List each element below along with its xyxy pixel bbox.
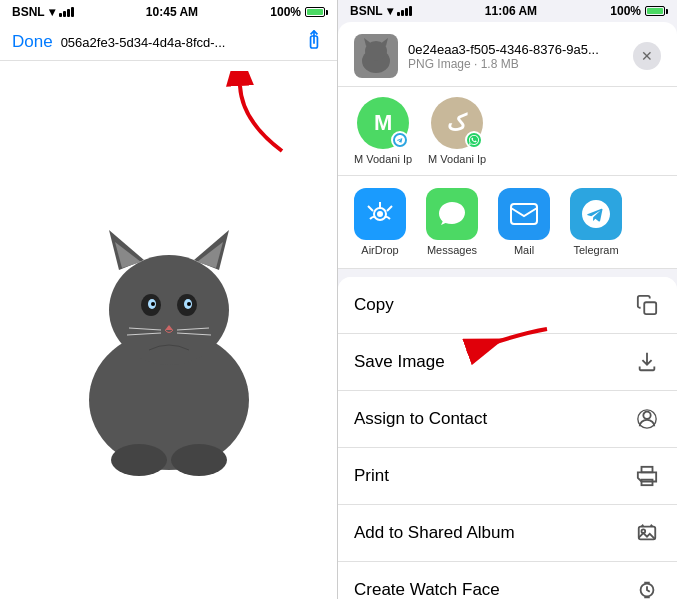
app-label-airdrop: AirDrop <box>361 244 398 256</box>
whatsapp-mini-icon <box>469 135 479 145</box>
mail-icon <box>498 188 550 240</box>
left-status-bar: BSNL ▾ 10:45 AM 100% <box>0 0 337 24</box>
rbar3 <box>405 8 408 16</box>
album-icon <box>633 519 661 547</box>
close-button[interactable]: ✕ <box>633 42 661 70</box>
print-icon <box>633 462 661 490</box>
left-time: 10:45 AM <box>146 5 198 19</box>
share-file-info: 0e24eaa3-f505-4346-8376-9a5... PNG Image… <box>354 34 661 78</box>
save-svg <box>636 351 658 373</box>
file-details: 0e24eaa3-f505-4346-8376-9a5... PNG Image… <box>408 42 623 71</box>
app-item-messages[interactable]: Messages <box>426 188 478 256</box>
contact-item-1[interactable]: M M Vodani Ip <box>354 97 412 165</box>
action-assign-contact[interactable]: Assign to Contact <box>338 391 677 448</box>
action-shared-album[interactable]: Add to Shared Album <box>338 505 677 562</box>
watch-svg <box>636 579 658 599</box>
app-item-airdrop[interactable]: AirDrop <box>354 188 406 256</box>
action-print[interactable]: Print <box>338 448 677 505</box>
actions-list: Copy Save Image <box>338 277 677 599</box>
app-item-mail[interactable]: Mail <box>498 188 550 256</box>
share-header: 0e24eaa3-f505-4346-8376-9a5... PNG Image… <box>338 22 677 87</box>
file-thumbnail <box>354 34 398 78</box>
share-sheet: 0e24eaa3-f505-4346-8376-9a5... PNG Image… <box>338 22 677 599</box>
svg-point-3 <box>109 255 229 365</box>
whatsapp-badge-2 <box>465 131 483 149</box>
right-carrier: BSNL <box>350 4 383 18</box>
bar2 <box>63 11 66 17</box>
right-time: 11:06 AM <box>485 4 537 18</box>
left-battery-pct: 100% <box>270 5 301 19</box>
rbar1 <box>397 12 400 16</box>
bar4 <box>71 7 74 17</box>
right-battery-fill <box>647 8 663 14</box>
right-battery-pct: 100% <box>610 4 641 18</box>
left-carrier: BSNL <box>12 5 45 19</box>
svg-point-20 <box>171 444 227 476</box>
battery-fill <box>307 9 323 15</box>
telegram-svg <box>582 200 610 228</box>
right-signal-bars <box>397 6 412 16</box>
bar1 <box>59 13 62 17</box>
app-label-mail: Mail <box>514 244 534 256</box>
rbar4 <box>409 6 412 16</box>
file-title: 0e24eaa3-f505-4346-8376-9a5... <box>408 42 623 57</box>
app-label-telegram: Telegram <box>573 244 618 256</box>
svg-point-19 <box>111 444 167 476</box>
bar3 <box>67 9 70 17</box>
done-button[interactable]: Done <box>12 32 53 52</box>
left-file-name: 056a2fe3-5d34-4d4a-8fcd-... <box>61 35 295 50</box>
telegram-mini-icon <box>395 135 405 145</box>
contact-item-2[interactable]: ک M Vodani Ip <box>428 97 486 165</box>
messages-svg <box>437 200 467 228</box>
action-watch-label: Create Watch Face <box>354 580 500 599</box>
svg-point-31 <box>643 412 650 419</box>
contact-icon <box>633 405 661 433</box>
svg-point-12 <box>151 302 155 306</box>
action-save-image[interactable]: Save Image <box>338 334 677 391</box>
telegram-icon <box>570 188 622 240</box>
action-copy-label: Copy <box>354 295 394 315</box>
left-status-left: BSNL ▾ <box>12 5 74 19</box>
mail-svg <box>509 202 539 226</box>
save-icon <box>633 348 661 376</box>
print-svg <box>636 465 658 487</box>
right-status-left: BSNL ▾ <box>350 4 412 18</box>
rbar2 <box>401 10 404 16</box>
contact-svg <box>636 408 658 430</box>
airdrop-svg <box>365 199 395 229</box>
left-image-area <box>0 61 337 599</box>
svg-rect-28 <box>511 204 537 224</box>
red-arrow-left <box>222 71 312 161</box>
contacts-row: M M Vodani Ip ک <box>338 87 677 176</box>
contact-avatar-1: M <box>357 97 409 149</box>
file-meta: PNG Image · 1.8 MB <box>408 57 623 71</box>
watch-icon <box>633 576 661 599</box>
left-wifi-icon: ▾ <box>49 5 55 19</box>
svg-rect-29 <box>644 302 656 314</box>
action-watch-face[interactable]: Create Watch Face <box>338 562 677 599</box>
left-nav-bar: Done 056a2fe3-5d34-4d4a-8fcd-... <box>0 24 337 61</box>
app-label-messages: Messages <box>427 244 477 256</box>
share-icon-left[interactable] <box>303 30 325 54</box>
messages-icon <box>426 188 478 240</box>
right-status-bar: BSNL ▾ 11:06 AM 100% <box>338 0 677 22</box>
telegram-badge-1 <box>391 131 409 149</box>
contact-name-2: M Vodani Ip <box>428 153 486 165</box>
action-copy[interactable]: Copy <box>338 277 677 334</box>
right-status-right: 100% <box>610 4 665 18</box>
thumb-cat-icon <box>356 36 396 76</box>
copy-svg <box>636 294 658 316</box>
cat-image <box>59 180 279 480</box>
left-panel: BSNL ▾ 10:45 AM 100% Done 056a2fe3-5d34-… <box>0 0 338 599</box>
contact-avatar-2: ک <box>431 97 483 149</box>
left-battery-icon <box>305 7 325 17</box>
action-print-label: Print <box>354 466 389 486</box>
right-battery-icon <box>645 6 665 16</box>
action-album-label: Add to Shared Album <box>354 523 515 543</box>
svg-point-27 <box>377 211 383 217</box>
copy-icon <box>633 291 661 319</box>
contact-name-1: M Vodani Ip <box>354 153 412 165</box>
signal-bars <box>59 7 74 17</box>
album-svg <box>636 522 658 544</box>
app-item-telegram[interactable]: Telegram <box>570 188 622 256</box>
